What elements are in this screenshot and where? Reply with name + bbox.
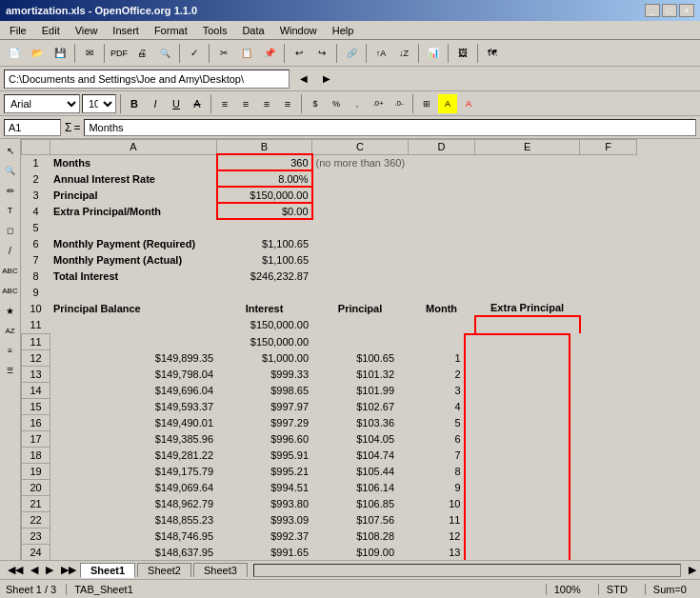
cell-e[interactable] — [465, 367, 570, 383]
cell-e1[interactable] — [475, 154, 580, 170]
horizontal-scrollbar[interactable] — [253, 564, 681, 577]
tab-nav-prev[interactable]: ◀◀ — [4, 563, 27, 577]
open-button[interactable]: 📂 — [27, 43, 48, 64]
line-tool[interactable]: / — [1, 241, 20, 260]
cell-b2[interactable]: 8.00% — [217, 170, 312, 187]
cell-f[interactable] — [570, 399, 627, 415]
cell-b[interactable]: $999.33 — [217, 367, 312, 383]
cell-e4[interactable] — [475, 203, 580, 219]
pdf-button[interactable]: PDF — [109, 43, 130, 64]
maximize-button[interactable]: □ — [662, 4, 677, 17]
cell-a[interactable]: $148,962.79 — [50, 496, 217, 512]
menu-file[interactable]: File — [4, 24, 32, 37]
cell-b1[interactable]: 360 — [217, 154, 312, 170]
cell-e[interactable] — [465, 545, 570, 561]
menu-edit[interactable]: Edit — [36, 24, 66, 37]
cell-e7[interactable] — [475, 251, 580, 268]
gallery-button[interactable]: 🖼 — [452, 43, 473, 64]
cell-d11[interactable] — [409, 316, 475, 332]
cell-f3[interactable] — [580, 187, 637, 203]
thousands-button[interactable]: , — [348, 94, 367, 113]
col-header-a[interactable]: A — [50, 140, 217, 155]
cell-f[interactable] — [570, 512, 627, 528]
cell-a[interactable]: $149,899.35 — [50, 350, 217, 367]
cell-b7[interactable]: $1,100.65 — [217, 251, 312, 268]
cell-e[interactable] — [465, 334, 570, 350]
cell-f[interactable] — [570, 480, 627, 496]
cell-b[interactable]: $993.09 — [217, 512, 312, 528]
cell-a5[interactable] — [50, 219, 217, 235]
menu-format[interactable]: Format — [149, 24, 193, 37]
cell-a3[interactable]: Principal — [50, 187, 217, 203]
cell-a8[interactable]: Total Interest — [50, 268, 217, 284]
cell-e[interactable] — [465, 431, 570, 448]
hyperlink-button[interactable]: 🔗 — [341, 43, 362, 64]
cell-f[interactable] — [570, 496, 627, 512]
preview-button[interactable]: 🔍 — [154, 43, 175, 64]
sort-asc-button[interactable]: ↑A — [370, 43, 391, 64]
cell-f8[interactable] — [580, 268, 637, 284]
cell-c[interactable]: $106.85 — [312, 496, 398, 512]
align-right-button[interactable]: ≡ — [257, 94, 276, 113]
undo-button[interactable]: ↩ — [289, 43, 310, 64]
spell-button[interactable]: ✓ — [184, 43, 205, 64]
cell-e[interactable] — [465, 383, 570, 399]
cell-a7[interactable]: Monthly Payment (Actual) — [50, 251, 217, 268]
font-color-button[interactable]: A — [459, 94, 478, 113]
cell-a[interactable]: $149,798.04 — [50, 367, 217, 383]
cell-a[interactable]: $149,175.79 — [50, 464, 217, 480]
shapes-tool[interactable]: ◻ — [1, 221, 20, 240]
cell-f[interactable] — [570, 383, 627, 399]
cell-d[interactable]: 5 — [398, 415, 465, 431]
cell-a[interactable]: $149,281.22 — [50, 448, 217, 464]
menu-view[interactable]: View — [70, 24, 104, 37]
chart-button[interactable]: 📊 — [423, 43, 444, 64]
cell-c[interactable]: $104.74 — [312, 448, 398, 464]
cell-f[interactable] — [570, 350, 627, 367]
forward-button[interactable]: ▶ — [316, 69, 337, 90]
menu-tools[interactable]: Tools — [197, 24, 233, 37]
cell-f[interactable] — [570, 367, 627, 383]
cell-f11[interactable] — [580, 316, 637, 332]
font-size-selector[interactable]: 10 — [82, 94, 116, 113]
cell-a[interactable]: $149,696.04 — [50, 383, 217, 399]
cell-b8[interactable]: $246,232.87 — [217, 268, 312, 284]
cell-reference-input[interactable] — [4, 119, 61, 136]
cell-a[interactable]: $149,069.64 — [50, 480, 217, 496]
formula-input[interactable] — [84, 119, 696, 136]
cell-d[interactable]: 3 — [398, 383, 465, 399]
tab-nav-next[interactable]: ▶ — [42, 563, 57, 577]
align-left-button[interactable]: ≡ — [215, 94, 234, 113]
cell-e11[interactable] — [475, 316, 580, 332]
cell-a[interactable]: $148,637.95 — [50, 545, 217, 561]
tab-nav-last[interactable]: ▶▶ — [57, 563, 80, 577]
cell-d5[interactable] — [409, 219, 475, 235]
cell-f5[interactable] — [580, 219, 637, 235]
cell-f[interactable] — [570, 528, 627, 545]
col-header-b[interactable]: B — [217, 140, 312, 155]
cell-a4[interactable]: Extra Principal/Month — [50, 203, 217, 219]
cell-e2[interactable] — [475, 170, 580, 187]
cell-c[interactable]: $101.99 — [312, 383, 398, 399]
italic-button[interactable]: I — [146, 94, 165, 113]
col-header-d[interactable]: D — [409, 140, 475, 155]
zoom-in-tool[interactable]: 🔍 — [1, 161, 20, 180]
copy-button[interactable]: 📋 — [236, 43, 257, 64]
cell-e[interactable] — [465, 464, 570, 480]
cell-e5[interactable] — [475, 219, 580, 235]
tab-nav-back[interactable]: ◀ — [27, 563, 42, 577]
cell-c9[interactable] — [312, 284, 409, 300]
new-button[interactable]: 📄 — [4, 43, 25, 64]
cell-d1[interactable] — [409, 154, 475, 170]
underline-button[interactable]: U — [167, 94, 186, 113]
cell-e9[interactable] — [475, 284, 580, 300]
cell-f[interactable] — [570, 415, 627, 431]
cell-a[interactable]: $149,385.96 — [50, 431, 217, 448]
cell-a1[interactable]: Months — [50, 154, 217, 170]
cell-b[interactable]: $992.37 — [217, 528, 312, 545]
email-button[interactable]: ✉ — [79, 43, 100, 64]
cell-e3[interactable] — [475, 187, 580, 203]
cell-e6[interactable] — [475, 235, 580, 251]
cell-d[interactable]: 13 — [398, 545, 465, 561]
abc-tool[interactable]: ABC — [1, 261, 20, 280]
